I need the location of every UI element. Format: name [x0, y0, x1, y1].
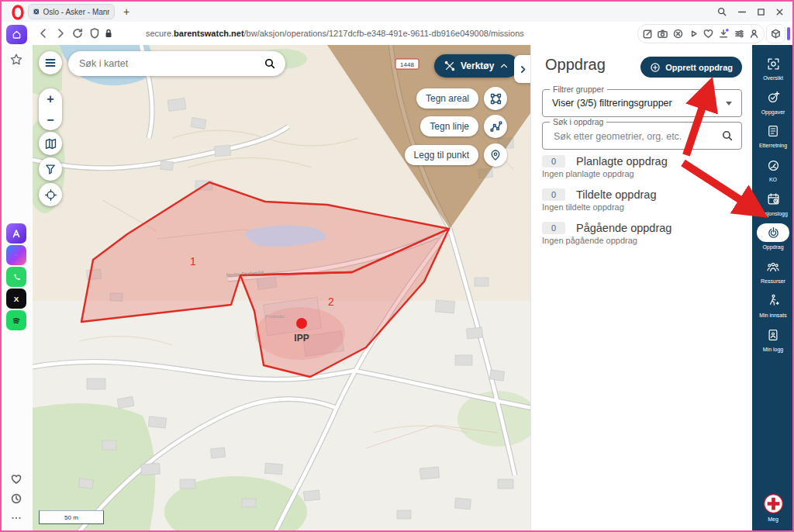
lock-icon: [102, 27, 115, 40]
group-empty-text: Ingen tildelte oppdrag: [542, 202, 744, 212]
tab-title: Oslo - Asker - Mann, 26 å: [43, 8, 109, 16]
map-scale-bar: 50 m: [39, 510, 104, 524]
group-row-planned[interactable]: 0 Planlagte oppdrag: [542, 155, 744, 168]
x-app-icon[interactable]: X: [6, 288, 26, 309]
messenger-app-icon[interactable]: [6, 245, 26, 265]
filter-button[interactable]: [39, 157, 62, 181]
zoom-out-button[interactable]: −: [39, 109, 62, 130]
profile-icon[interactable]: [748, 28, 760, 40]
map-menu-button[interactable]: [39, 51, 62, 74]
missions-icon: [766, 226, 781, 240]
sidebar-item-meg[interactable]: Meg: [763, 493, 784, 523]
blocked-icon[interactable]: [672, 28, 684, 40]
map-search-input[interactable]: [78, 57, 257, 70]
extensions-button[interactable]: [766, 24, 785, 43]
mission-search-input[interactable]: [552, 123, 710, 150]
my-effort-icon: [766, 293, 781, 308]
hamburger-icon: [44, 57, 57, 69]
draw-area-icon-button[interactable]: [484, 87, 507, 110]
forward-icon[interactable]: [54, 27, 67, 40]
search-icon[interactable]: [721, 130, 734, 142]
sidebar-item-min-logg[interactable]: Min logg: [752, 326, 794, 353]
ipp-label: IPP: [294, 333, 309, 344]
whatsapp-app-icon[interactable]: [6, 267, 26, 287]
add-point-button[interactable]: Legg til punkt: [405, 145, 478, 165]
sidebar-item-ressurser[interactable]: Ressurser: [752, 257, 794, 285]
filters-icon[interactable]: [734, 28, 745, 40]
address-toolbar: secure.barentswatch.net/bw/aksjon/operat…: [33, 22, 792, 46]
panel-collapse-button[interactable]: [514, 55, 532, 83]
barentswatch-favicon: [33, 8, 40, 16]
tool-row-point: Legg til punkt: [405, 143, 507, 167]
edit-icon[interactable]: [642, 28, 654, 40]
create-mission-button[interactable]: Opprett oppdrag: [640, 57, 742, 78]
zoom-in-button[interactable]: +: [39, 88, 62, 109]
mission-groups-list: 0 Planlagte oppdrag Ingen planlagte oppd…: [542, 155, 744, 255]
compass-icon: [44, 188, 57, 202]
workspace-home-button[interactable]: [6, 25, 27, 44]
svg-text:X: X: [14, 295, 19, 303]
more-ellipsis-icon[interactable]: [10, 512, 22, 524]
new-tab-button[interactable]: +: [119, 4, 133, 19]
history-clock-icon[interactable]: [10, 492, 22, 505]
polyline-icon: [489, 120, 502, 133]
speed-dial-star-icon[interactable]: [9, 53, 23, 67]
sidebar-item-oppdrag[interactable]: Oppdrag: [752, 223, 794, 250]
sidebar-item-min-innsats[interactable]: Min innsats: [752, 292, 794, 319]
group-empty-text: Ingen pågående oppdrag: [542, 236, 744, 245]
url-field[interactable]: secure.barentswatch.net/bw/aksjon/operat…: [146, 22, 524, 44]
draw-area-button[interactable]: Tegn areal: [416, 88, 478, 109]
chevron-down-icon: [726, 102, 732, 105]
add-point-icon-button[interactable]: [484, 143, 507, 167]
create-mission-label: Opprett oppdrag: [665, 63, 733, 72]
draw-line-icon-button[interactable]: [484, 115, 507, 138]
sidebar-item-etterretning[interactable]: Etterretning: [752, 122, 794, 149]
polygon-icon: [489, 92, 502, 105]
mission-search-box[interactable]: Søk i oppdrag: [542, 122, 742, 150]
aria-app-icon[interactable]: [6, 223, 26, 244]
minimize-button[interactable]: [735, 5, 749, 18]
browser-tab[interactable]: Oslo - Asker - Mann, 26 å: [28, 4, 115, 19]
url-domain: barentswatch.net: [174, 29, 243, 38]
group-row-assigned[interactable]: 0 Tildelte oppdrag: [542, 188, 744, 201]
sidebar-item-oversikt[interactable]: Oversikt: [752, 54, 794, 81]
download-icon[interactable]: [718, 28, 730, 40]
chevron-right-icon: [518, 64, 528, 74]
sidebar-item-aksjonslogg[interactable]: Aksjonslogg: [752, 190, 794, 217]
chevron-up-icon: [499, 61, 509, 71]
heart-icon[interactable]: [703, 28, 714, 40]
spotify-app-icon[interactable]: [6, 310, 26, 330]
maximize-button[interactable]: [754, 5, 768, 18]
locate-button[interactable]: [39, 183, 62, 206]
ipp-point[interactable]: [296, 318, 307, 329]
search-icon[interactable]: [264, 57, 276, 70]
play-icon[interactable]: [688, 28, 699, 40]
count-badge: 0: [542, 222, 565, 234]
intel-icon: [766, 124, 780, 138]
zone-1-label: 1: [190, 255, 196, 268]
layers-button[interactable]: [39, 132, 62, 155]
sidebar-toggle[interactable]: [787, 27, 790, 40]
map-canvas[interactable]: 1448 Nedre Frydendal Frydendal 1 2 IPP +…: [33, 45, 532, 532]
filter-groups-select[interactable]: Filtrer grupper Viser (3/5) filtreringsg…: [542, 89, 742, 117]
tools-icon: [444, 60, 455, 71]
tab-search-icon[interactable]: [715, 5, 729, 18]
close-button[interactable]: [772, 5, 786, 18]
url-scheme: secure.: [146, 29, 174, 38]
site-badge-icon[interactable]: [88, 27, 101, 40]
sidebar-item-oppgaver[interactable]: Oppgaver: [752, 88, 794, 116]
tool-row-area: Tegn areal: [416, 87, 507, 110]
group-row-ongoing[interactable]: 0 Pågående oppdrag: [542, 222, 744, 234]
camera-icon[interactable]: [657, 28, 668, 40]
draw-line-button[interactable]: Tegn linje: [420, 116, 478, 136]
map-search-bar[interactable]: [68, 51, 285, 76]
sidebar-item-ko[interactable]: KO: [752, 156, 794, 183]
plus-circle-icon: [650, 62, 661, 73]
tool-row-line: Tegn linje: [420, 115, 507, 138]
zoom-control: + −: [39, 88, 62, 130]
tools-button[interactable]: Verktøy: [434, 54, 519, 78]
reload-icon[interactable]: [71, 27, 84, 40]
back-icon[interactable]: [37, 27, 50, 40]
bookmarks-heart-icon[interactable]: [10, 473, 22, 485]
opera-logo-icon[interactable]: [10, 5, 26, 20]
